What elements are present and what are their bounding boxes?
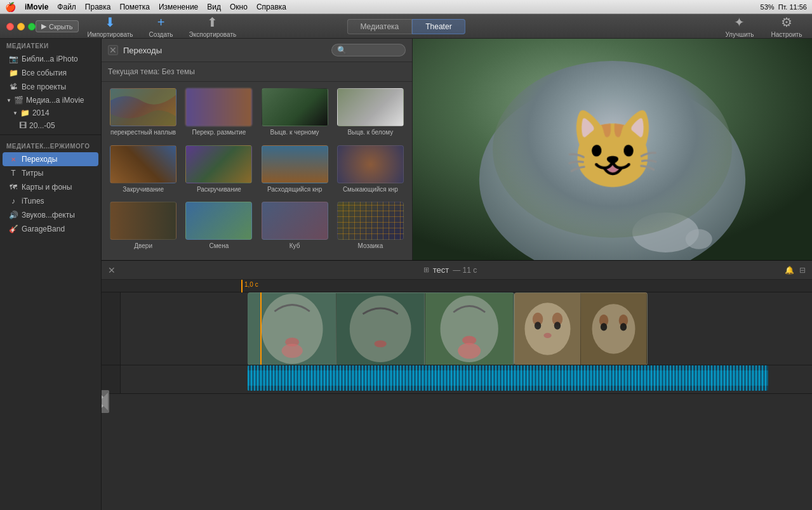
audio-track-label <box>102 365 121 393</box>
sidebar-item-maps[interactable]: 🗺 Карты и фоны <box>3 180 98 194</box>
transition-door[interactable]: Двери <box>108 202 178 254</box>
timeline-grid-icon: ⊞ <box>423 266 429 274</box>
clip-frame-2-1 <box>515 293 581 365</box>
year-label: 2014 <box>32 108 50 117</box>
settings-button[interactable]: ⚙ Настроить <box>768 15 806 38</box>
year-chevron-icon: ▼ <box>13 110 18 116</box>
preview-area <box>413 39 812 260</box>
hide-button[interactable]: ▶ Скрыть <box>36 20 79 32</box>
mosaic-label: Мозаика <box>357 242 383 250</box>
content-area: ✕ Переходы 🔍 Текущая тема: Без темы пере… <box>102 39 812 510</box>
svg-point-27 <box>524 303 570 355</box>
transition-converge[interactable]: Смыкающийся кнр <box>335 145 406 197</box>
menu-view[interactable]: Вид <box>207 3 221 11</box>
timeline-close-button[interactable]: ✕ <box>108 265 116 275</box>
layout-icon[interactable]: ⊟ <box>799 266 806 275</box>
svg-point-31 <box>554 322 561 329</box>
main-container: МЕДИАТЕКИ 📷 Библи...а iPhoto 📁 Все событ… <box>0 39 812 510</box>
create-button[interactable]: + Создать <box>142 15 180 38</box>
transition-unspin[interactable]: Раскручивание <box>183 145 254 197</box>
improve-button[interactable]: ✦ Улучшить <box>721 15 759 38</box>
menu-imovie[interactable]: iMovie <box>25 3 48 11</box>
export-button[interactable]: ⬆ Экспортировать <box>189 15 237 38</box>
toolbar: ▶ Скрыть ⬇ Импортировать + Создать ⬆ Экс… <box>0 15 812 39</box>
minimize-window-button[interactable] <box>17 23 25 30</box>
sidebar-item-all-projects[interactable]: 📽 Все проекты <box>3 80 98 94</box>
sidebar-item-itunes[interactable]: ♪ iTunes <box>3 194 98 208</box>
sidebar-item-sound-effects[interactable]: 🔊 Звуков...фекты <box>3 208 98 222</box>
transition-blur[interactable]: Перекр. размытие <box>183 88 254 140</box>
video-track <box>102 292 812 365</box>
panel-close-icon[interactable]: ✕ <box>108 45 118 55</box>
current-theme: Текущая тема: Без темы <box>102 62 412 82</box>
iphoto-label: Библи...а iPhoto <box>22 55 78 63</box>
sidebar-item-titles[interactable]: T Титры <box>3 166 98 180</box>
close-window-button[interactable] <box>6 23 14 30</box>
menu-file[interactable]: Файл <box>57 3 76 11</box>
sidebar-imovie-library[interactable]: ▼ 🎬 Медиа...а iMovie <box>0 94 101 107</box>
transition-badge-icon <box>102 393 108 410</box>
svg-point-21 <box>375 340 387 347</box>
clip-frame-1-3 <box>425 293 514 365</box>
sidebar-year-2014[interactable]: ▼ 📁 2014 <box>0 107 101 119</box>
search-icon: 🔍 <box>337 46 347 55</box>
sound-icon: 🔊 <box>9 211 18 219</box>
white-thumb <box>337 88 404 126</box>
library-icon: 🎬 <box>14 96 23 105</box>
transition-crossfade[interactable]: перекрестный наплыв <box>108 88 178 140</box>
menu-help[interactable]: Справка <box>256 3 286 11</box>
svg-marker-4 <box>659 93 699 126</box>
menu-edit[interactable]: Правка <box>85 3 111 11</box>
cube-thumb <box>262 202 328 240</box>
video-track-content <box>121 292 812 365</box>
tab-library[interactable]: Медиатека <box>347 19 412 34</box>
maximize-window-button[interactable] <box>28 23 36 30</box>
playhead-marker <box>241 280 243 292</box>
transition-cube[interactable]: Куб <box>260 202 330 254</box>
svg-point-18 <box>282 344 303 358</box>
svg-rect-0 <box>413 39 812 260</box>
import-label: Импортировать <box>88 31 133 38</box>
panel-header: ✕ Переходы 🔍 <box>102 39 412 62</box>
transition-mosaic[interactable]: Мозаика <box>335 202 406 254</box>
sidebar-item-transitions[interactable]: ✕ Переходы <box>3 152 98 166</box>
timeline-duration: — 11 с <box>453 266 477 275</box>
import-icon: ⬇ <box>105 15 116 30</box>
transitions-icon: ✕ <box>9 156 18 163</box>
transition-spin[interactable]: Закручивание <box>108 145 178 197</box>
import-button[interactable]: ⬇ Импортировать <box>88 15 133 38</box>
video-clip-2[interactable] <box>514 292 648 365</box>
menu-bar-right: 53% Пт. 11:56 <box>761 0 807 14</box>
transition-black[interactable]: Выцв. к черному <box>260 88 330 140</box>
svg-point-7 <box>607 146 618 152</box>
sidebar-item-iphoto[interactable]: 📷 Библи...а iPhoto <box>3 52 98 66</box>
sidebar-item-all-events[interactable]: 📁 Все события <box>3 66 98 80</box>
door-thumb <box>110 202 176 240</box>
video-clip-1[interactable] <box>248 292 514 365</box>
transition-white[interactable]: Выцв. к белому <box>335 88 406 140</box>
timeline-tracks[interactable] <box>102 292 812 510</box>
menu-mark[interactable]: Пометка <box>119 3 150 11</box>
maps-label: Карты и фоны <box>22 183 72 192</box>
menu-window[interactable]: Окно <box>230 3 248 11</box>
menu-modify[interactable]: Изменение <box>159 3 198 11</box>
search-box[interactable]: 🔍 <box>331 44 406 56</box>
svg-point-38 <box>620 323 627 330</box>
maps-icon: 🗺 <box>9 183 18 192</box>
tab-theater[interactable]: Theater <box>412 19 465 34</box>
spin-thumb <box>110 145 176 183</box>
settings-icon: ⚙ <box>781 15 792 30</box>
transition-diverge[interactable]: Расходящийся кнр <box>260 145 330 197</box>
create-icon: + <box>157 15 165 30</box>
blur-thumb <box>185 88 252 126</box>
sidebar-item-garageband[interactable]: 🎸 GarageBand <box>3 222 98 236</box>
transition-swap[interactable]: Смена <box>183 202 254 254</box>
projects-icon: 📽 <box>9 82 18 91</box>
unspin-thumb <box>185 145 252 183</box>
timeline-area: ✕ ⊞ тест — 11 с 🔔 ⊟ 1,0 с <box>102 261 812 510</box>
apple-menu[interactable]: 🍎 <box>5 2 16 12</box>
search-input[interactable] <box>349 46 400 54</box>
sidebar-project[interactable]: 🎞 20...-05 <box>0 119 101 132</box>
bell-icon[interactable]: 🔔 <box>785 266 794 275</box>
iphoto-icon: 📷 <box>9 55 18 63</box>
